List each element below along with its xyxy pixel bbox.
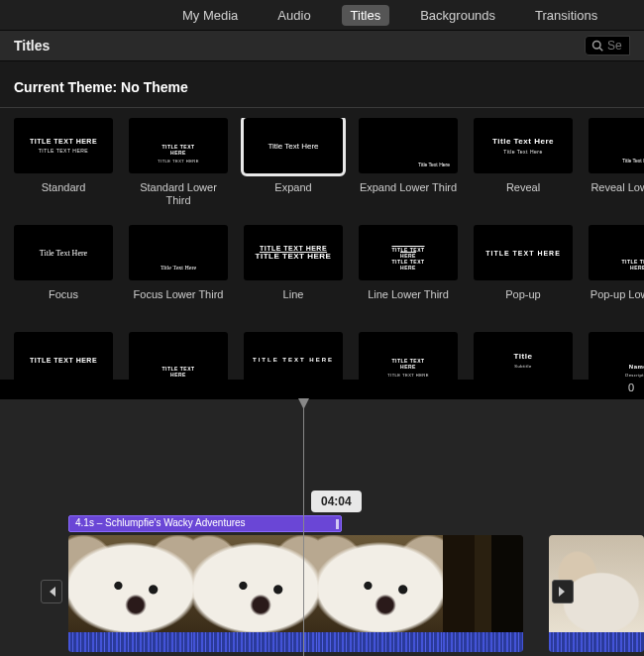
playhead[interactable] — [303, 399, 304, 656]
browser-subheader: Titles — [0, 30, 644, 61]
title-thumb-focus[interactable]: Title Text Here — [14, 225, 113, 280]
title-tile[interactable]: Title Text Here Title Text Here Reveal — [474, 118, 573, 207]
title-tile[interactable]: TITLE TEXT HERE TITLE TEXT HERE Standard… — [129, 118, 228, 207]
title-thumb[interactable]: TITLE TEXT HERE — [14, 332, 113, 380]
clip-gap — [523, 535, 550, 652]
title-thumb-line-lower[interactable]: TITLE TEXT HERE TITLE TEXT HERE — [359, 225, 458, 280]
audio-waveform — [443, 632, 522, 652]
title-tile[interactable]: TITLE TEXT HERE — [14, 332, 113, 380]
title-tile[interactable]: TITLE TEXT HERE TITLE TEXT HERE Standard — [14, 118, 113, 207]
svg-line-1 — [599, 48, 602, 51]
playhead-knob-icon[interactable] — [298, 398, 309, 409]
title-tile[interactable]: TITLE TEXT HERE TITLE TEXT HERE Line Low… — [359, 225, 458, 314]
title-tile[interactable]: TITLE TEXT HERE TITLE TEXT HERE — [359, 332, 458, 380]
title-thumb-popup[interactable]: TITLE TEXT HERE — [474, 225, 573, 280]
clip-frame — [193, 535, 318, 652]
title-thumb-focus-lower[interactable]: Title Text Here — [129, 225, 228, 280]
title-tile[interactable]: Title Text Here Focus Lower Third — [129, 225, 228, 314]
titles-row-3: TITLE TEXT HERE TITLE TEXT HERE TITLE TE… — [14, 332, 638, 380]
tab-transitions[interactable]: Transitions — [526, 5, 606, 26]
title-thumb-standard-lower[interactable]: TITLE TEXT HERE TITLE TEXT HERE — [129, 118, 228, 173]
title-thumb[interactable]: TITLE TEXT HERE TITLE TEXT HERE — [359, 332, 458, 380]
tile-label: Line — [283, 288, 304, 314]
clip-frame — [68, 535, 193, 652]
divider — [0, 107, 644, 108]
tab-audio[interactable]: Audio — [268, 5, 319, 26]
titles-row-1: TITLE TEXT HERE TITLE TEXT HERE Standard… — [14, 118, 638, 207]
tile-label: Reveal Lower Third — [590, 181, 644, 207]
title-tile[interactable]: TITLE TEXT HERE TITLE TEXT HERE Line — [244, 225, 343, 314]
clip-frame — [443, 535, 522, 652]
title-tile[interactable]: TITLE TEXT HERE Pop-up — [474, 225, 573, 314]
title-thumb[interactable]: Name Description — [589, 332, 644, 380]
title-thumb-expand[interactable]: Title Text Here — [244, 118, 343, 173]
current-theme-row: Current Theme: No Theme — [0, 61, 644, 101]
tile-label: Expand Lower Third — [360, 181, 457, 207]
prev-edit-button[interactable] — [41, 580, 62, 603]
title-tile[interactable]: Title Text Here Expand Lower Third — [359, 118, 458, 207]
audio-waveform — [68, 632, 193, 652]
current-theme-label: Current Theme: No Theme — [14, 79, 188, 95]
svg-point-0 — [593, 42, 601, 50]
title-thumb-reveal-lower[interactable]: Title Text Here — [589, 118, 644, 173]
titles-browser[interactable]: TITLE TEXT HERE TITLE TEXT HERE Standard… — [0, 118, 644, 380]
title-tile[interactable]: Title Text Here Expand — [244, 118, 343, 207]
tile-label: Expand — [274, 181, 311, 207]
audio-waveform — [193, 632, 318, 652]
title-tile[interactable]: TITLE TEXT HERE — [244, 332, 343, 380]
title-tile[interactable]: TITLE TEXT HERE — [129, 332, 228, 380]
title-thumb[interactable]: TITLE TEXT HERE — [129, 332, 228, 380]
search-input[interactable] — [607, 39, 629, 53]
title-tile[interactable]: Title Text Here Reveal Lower Third — [589, 118, 644, 207]
tile-label: Focus Lower Third — [134, 288, 224, 314]
audio-waveform — [549, 632, 644, 652]
title-tile[interactable]: TITLE TEXT HERE Pop-up Lower Third — [589, 225, 644, 314]
media-tabs: My Media Audio Titles Backgrounds Transi… — [0, 0, 644, 30]
tab-titles[interactable]: Titles — [342, 5, 390, 26]
browser-counter: 0 — [0, 380, 644, 399]
tab-backgrounds[interactable]: Backgrounds — [411, 5, 504, 26]
title-tile[interactable]: Title Subtitle — [474, 332, 573, 380]
browser-title: Titles — [14, 38, 50, 54]
next-edit-icon — [557, 586, 569, 598]
title-thumb-standard[interactable]: TITLE TEXT HERE TITLE TEXT HERE — [14, 118, 113, 173]
search-icon — [591, 40, 603, 52]
title-clip-label: 4.1s – Schlumpfie's Wacky Adventures — [75, 517, 246, 528]
tile-label: Reveal — [506, 181, 540, 207]
tile-label: Focus — [49, 288, 78, 314]
clip-frame — [318, 535, 443, 652]
tile-label: Line Lower Third — [368, 288, 449, 314]
tab-my-media[interactable]: My Media — [173, 5, 247, 26]
title-thumb-reveal[interactable]: Title Text Here Title Text Here — [474, 118, 573, 173]
search-field[interactable] — [585, 36, 630, 55]
tile-label: Standard Lower Third — [129, 181, 228, 207]
next-edit-button[interactable] — [552, 580, 574, 603]
prev-edit-icon — [46, 586, 57, 598]
tile-label: Standard — [42, 181, 86, 207]
tile-label: Pop-up — [505, 288, 540, 314]
audio-waveform — [318, 632, 443, 652]
timeline[interactable]: 04:04 4.1s – Schlumpfie's Wacky Adventur… — [0, 399, 644, 656]
title-thumb[interactable]: Title Subtitle — [474, 332, 573, 380]
video-clip[interactable] — [68, 535, 523, 652]
clip-edge-handle[interactable] — [336, 519, 339, 529]
titles-row-2: Title Text Here Focus Title Text Here Fo… — [14, 225, 638, 314]
playhead-time-bubble: 04:04 — [311, 491, 362, 512]
title-thumb-expand-lower[interactable]: Title Text Here — [359, 118, 458, 173]
title-tile[interactable]: Title Text Here Focus — [14, 225, 113, 314]
title-clip[interactable]: 4.1s – Schlumpfie's Wacky Adventures — [68, 515, 342, 532]
title-thumb-popup-lower[interactable]: TITLE TEXT HERE — [589, 225, 644, 280]
title-thumb[interactable]: TITLE TEXT HERE — [244, 332, 343, 380]
title-tile[interactable]: Name Description — [589, 332, 644, 380]
tile-label: Pop-up Lower Third — [590, 288, 644, 314]
title-thumb-line[interactable]: TITLE TEXT HERE TITLE TEXT HERE — [244, 225, 343, 280]
